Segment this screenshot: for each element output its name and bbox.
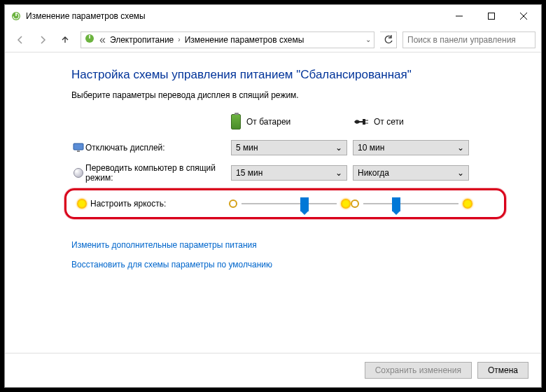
close-button[interactable] xyxy=(507,6,540,27)
addr-dropdown-icon[interactable]: ⌄ xyxy=(365,36,371,43)
sleep-ac-dropdown[interactable]: Никогда⌄ xyxy=(353,165,469,181)
brightness-battery-slider-wrap xyxy=(229,196,351,211)
window-title: Изменение параметров схемы xyxy=(26,11,443,21)
display-off-battery-dropdown[interactable]: 5 мин⌄ xyxy=(231,140,347,155)
up-button[interactable] xyxy=(55,30,75,50)
app-icon xyxy=(10,10,22,22)
mode-ac-label: От сети xyxy=(374,117,404,127)
breadcrumb-current[interactable]: Изменение параметров схемы xyxy=(185,35,304,45)
row-brightness-highlighted: Настроить яркость: xyxy=(64,188,506,219)
mode-battery: От батареи xyxy=(231,114,353,130)
plug-icon xyxy=(353,117,368,127)
slider-thumb[interactable] xyxy=(300,197,309,211)
moon-icon xyxy=(71,168,85,178)
links-section: Изменить дополнительные параметры питани… xyxy=(71,240,499,270)
chevron-down-icon: ⌄ xyxy=(457,143,464,153)
slider-thumb[interactable] xyxy=(392,197,400,211)
chevron-down-icon: ⌄ xyxy=(335,168,342,178)
brightness-ac-slider[interactable] xyxy=(363,196,458,211)
chevron-down-icon: ⌄ xyxy=(335,143,342,153)
footer: Сохранить изменения Отмена xyxy=(5,353,541,387)
brightness-ac-slider-wrap xyxy=(351,196,472,211)
chevron-down-icon: ⌄ xyxy=(457,168,464,178)
mode-battery-label: От батареи xyxy=(246,117,290,127)
page-subheading: Выберите параметры перевода дисплея в сп… xyxy=(71,90,499,100)
mode-ac: От сети xyxy=(353,114,475,130)
maximize-button[interactable] xyxy=(475,6,507,27)
window: Изменение параметров схемы « Электропита… xyxy=(4,4,542,388)
back-button[interactable] xyxy=(10,30,30,50)
sun-bright-icon xyxy=(463,199,472,209)
row-sleep: Переводить компьютер в спящий режим: 15 … xyxy=(71,163,499,183)
svg-rect-9 xyxy=(74,144,83,150)
chevron-right-icon: › xyxy=(178,36,180,43)
forward-button[interactable] xyxy=(33,30,52,50)
content: Настройка схемы управления питанием "Сба… xyxy=(5,52,541,353)
address-bar[interactable]: « Электропитание › Изменение параметров … xyxy=(80,31,374,48)
row-brightness-label: Настроить яркость: xyxy=(90,199,229,209)
navbar: « Электропитание › Изменение параметров … xyxy=(5,27,541,52)
sleep-battery-dropdown[interactable]: 15 мин⌄ xyxy=(231,165,347,181)
address-icon xyxy=(84,33,95,47)
sun-dim-icon xyxy=(229,200,237,208)
minimize-button[interactable] xyxy=(443,6,475,27)
sun-dim-icon xyxy=(351,200,359,208)
titlebar: Изменение параметров схемы xyxy=(5,5,541,27)
search-input[interactable] xyxy=(402,31,536,48)
display-off-ac-dropdown[interactable]: 10 мин⌄ xyxy=(353,140,469,155)
sun-bright-icon xyxy=(341,199,351,209)
advanced-settings-link[interactable]: Изменить дополнительные параметры питани… xyxy=(71,240,499,250)
row-display-off-label: Отключать дисплей: xyxy=(85,143,231,153)
brightness-battery-slider[interactable] xyxy=(241,196,337,211)
save-button: Сохранить изменения xyxy=(365,362,472,379)
svg-rect-10 xyxy=(77,150,80,152)
svg-rect-3 xyxy=(489,13,495,20)
battery-icon xyxy=(231,114,241,130)
cancel-button[interactable]: Отмена xyxy=(477,362,528,379)
page-heading: Настройка схемы управления питанием "Сба… xyxy=(71,68,499,82)
row-sleep-label: Переводить компьютер в спящий режим: xyxy=(85,163,231,183)
breadcrumb-root[interactable]: Электропитание xyxy=(110,35,174,45)
refresh-button[interactable] xyxy=(380,31,397,48)
sun-icon xyxy=(74,199,90,209)
row-display-off: Отключать дисплей: 5 мин⌄ 10 мин⌄ xyxy=(71,138,499,158)
display-icon xyxy=(71,143,85,153)
chevron-icon: « xyxy=(99,34,106,46)
modes-row: От батареи От сети xyxy=(71,114,499,130)
restore-defaults-link[interactable]: Восстановить для схемы параметры по умол… xyxy=(71,260,499,270)
